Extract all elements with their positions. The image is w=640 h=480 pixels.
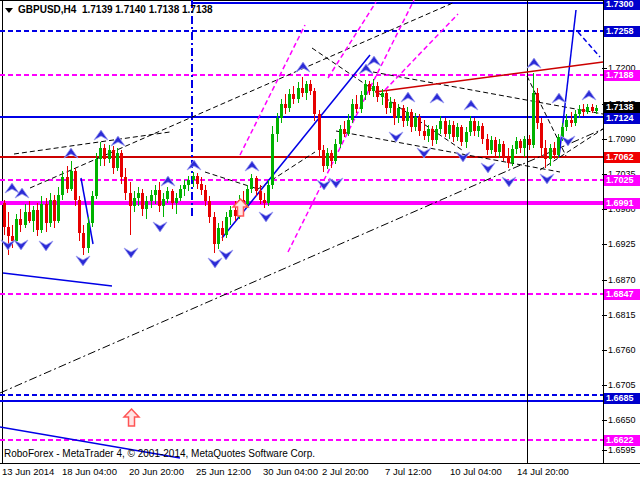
price-level-badge: 1.7138 (604, 102, 640, 113)
candle-body (355, 104, 358, 110)
candle-body (57, 195, 60, 221)
trendline[interactable] (30, 2, 455, 188)
fractal-down-icon (124, 248, 138, 258)
fractal-down-icon (39, 241, 53, 251)
signal-up-arrow-icon (124, 409, 139, 426)
candle-body (28, 212, 31, 220)
symbol-dropdown-icon[interactable] (5, 8, 13, 13)
trendline[interactable] (385, 14, 458, 90)
candle-body (523, 139, 526, 149)
price-level-badge: 1.7258 (604, 26, 640, 37)
fractal-up-icon (430, 93, 444, 103)
trendline[interactable] (0, 129, 603, 393)
candle-body (141, 193, 144, 209)
x-axis-time-label: 14 Jul 20:00 (517, 466, 569, 477)
price-level-badge: 1.6685 (604, 393, 640, 404)
candle-body (582, 109, 585, 112)
candle-body (154, 190, 157, 195)
candle-body (133, 198, 136, 206)
fractal-down-icon (259, 212, 273, 222)
fractal-down-icon (317, 180, 331, 190)
candle-body (423, 131, 426, 136)
candle-body (225, 217, 228, 235)
candle-body (414, 117, 417, 127)
candle-body (347, 120, 350, 134)
candle-body (305, 84, 308, 92)
fractal-down-icon (389, 132, 403, 142)
trendline[interactable] (3, 273, 112, 286)
price-level-badge: 1.6622 (604, 435, 640, 446)
trendline[interactable] (288, 0, 414, 252)
candle-body (376, 86, 379, 97)
candle-body (389, 102, 392, 108)
candle-body (334, 144, 337, 161)
candle-body (368, 84, 371, 90)
candle-body (171, 191, 174, 203)
candle-body (431, 129, 434, 141)
candle-body (32, 210, 35, 220)
fractal-up-icon (111, 136, 125, 146)
candle-body (187, 180, 190, 184)
candle-body (166, 191, 169, 199)
candle-body (192, 176, 195, 180)
fractal-down-icon (14, 240, 28, 250)
candle-body (108, 150, 111, 159)
price-chart-canvas[interactable] (0, 0, 640, 464)
x-axis-time-label: 7 Jul 12:00 (385, 466, 431, 477)
candle-body (591, 107, 594, 111)
fractal-down-icon (481, 163, 495, 173)
candle-body (66, 177, 69, 189)
fractal-up-icon (401, 92, 415, 102)
candle-body (565, 120, 568, 128)
fractal-up-icon (15, 188, 29, 198)
candle-body (351, 104, 354, 120)
fractal-down-icon (153, 222, 167, 232)
candle-body (452, 125, 455, 138)
candle-body (103, 148, 106, 160)
fractal-up-icon (187, 160, 201, 170)
candle-body (553, 148, 556, 154)
candle-body (393, 102, 396, 119)
fractal-up-icon (296, 62, 310, 72)
x-axis-time-label: 30 Jun 04:00 (263, 466, 318, 477)
candle-body (486, 139, 489, 151)
y-axis-tick-label: 1.6815 (608, 310, 640, 320)
candle-body (595, 108, 598, 111)
candle-body (444, 121, 447, 134)
candle-body (498, 144, 501, 152)
candle-body (381, 93, 384, 97)
candle-body (309, 84, 312, 90)
candle-body (544, 148, 547, 159)
fractal-up-icon (552, 93, 566, 103)
x-axis-time-label: 2 Jul 20:00 (322, 466, 368, 477)
y-axis-tick-label: 1.6760 (608, 345, 640, 355)
candle-body (15, 219, 18, 241)
symbol-period-label: GBPUSD,H4 (18, 4, 76, 15)
candle-body (318, 114, 321, 150)
candle-body (196, 176, 199, 184)
candle-body (456, 127, 459, 137)
candle-body (364, 84, 367, 95)
candle-body (339, 129, 342, 144)
candle-body (507, 157, 510, 163)
candle-body (288, 94, 291, 108)
y-axis-tick-label: 1.6870 (608, 275, 640, 285)
fractal-up-icon (582, 90, 596, 100)
candle-body (490, 140, 493, 150)
candle-body (137, 193, 140, 197)
candle-body (221, 228, 224, 234)
candle-body (397, 108, 400, 118)
copyright-label: RoboForex - MetaTrader 4, © 2001-2014, M… (4, 448, 315, 459)
candle-body (301, 88, 304, 93)
candle-body (360, 95, 363, 109)
candle-body (313, 91, 316, 115)
trendline[interactable] (336, 131, 560, 172)
candle-body (112, 150, 115, 167)
candle-body (297, 88, 300, 100)
y-axis-tick-label: 1.6595 (608, 445, 640, 455)
trendline[interactable] (14, 132, 170, 154)
candle-body (87, 223, 90, 247)
trendline[interactable] (578, 32, 600, 57)
candle-body (91, 196, 94, 223)
candle-body (528, 139, 531, 145)
